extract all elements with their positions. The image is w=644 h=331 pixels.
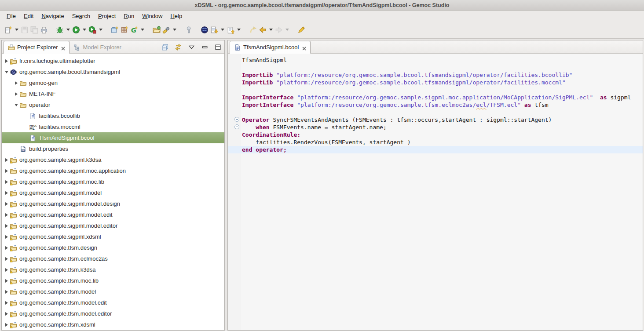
menu-search[interactable]: Search — [68, 11, 94, 21]
menu-help[interactable]: Help — [166, 11, 186, 21]
tree-item-meta-inf[interactable]: META-INF — [2, 88, 224, 99]
new-package-button[interactable] — [120, 24, 129, 36]
run-configurations-button[interactable] — [88, 24, 97, 36]
menu-window[interactable]: Window — [138, 11, 166, 21]
debug-dropdown-arrow[interactable] — [66, 29, 70, 31]
new-gemoc-language-dropdown-arrow[interactable] — [141, 29, 144, 31]
back-button[interactable] — [258, 24, 267, 36]
code-line[interactable]: ImportLib "platform:/resource/org.gemoc.… — [242, 79, 643, 86]
code-line[interactable]: TfsmAndSigpml — [242, 56, 643, 64]
tree-item-org-gemoc-sample-tfsm-moc-lib[interactable]: org.gemoc.sample.tfsm.moc.lib — [2, 275, 224, 286]
menu-file[interactable]: File — [3, 11, 20, 21]
tree-item-org-gemoc-sample-sigpml-k3dsa[interactable]: org.gemoc.sample.sigpml.k3dsa — [2, 154, 224, 165]
external-tools-button[interactable] — [184, 24, 194, 36]
expand-arrow-icon[interactable] — [5, 323, 8, 327]
menu-run[interactable]: Run — [120, 11, 138, 21]
run-button[interactable] — [71, 24, 81, 36]
new-gemoc-language-button[interactable]: G — [129, 24, 139, 36]
fold-collapse-icon[interactable] — [234, 117, 239, 122]
expand-arrow-icon[interactable] — [5, 213, 8, 217]
expand-arrow-icon[interactable] — [5, 246, 8, 250]
expand-arrow-icon[interactable] — [5, 191, 8, 195]
open-resource-button[interactable] — [152, 24, 161, 36]
menu-project[interactable]: Project — [94, 11, 120, 21]
code-line[interactable]: facilities.RendezVous(FSMEvents, startAg… — [242, 138, 643, 146]
link-with-editor-icon[interactable] — [175, 44, 182, 51]
editor-tab-tfsmandsigpml-bcool[interactable]: TfsmAndSigpml.bcool — [230, 41, 311, 54]
code-line[interactable]: when FSMEvents.name = startAgent.name; — [242, 124, 643, 131]
expand-arrow-icon[interactable] — [5, 59, 8, 63]
tree-item-org-gemoc-sample-sigpml-xdsml[interactable]: org.gemoc.sample.sigpml.xdsml — [2, 231, 224, 242]
navigate-to-file-button[interactable] — [226, 24, 235, 36]
tree-item-facilities-bcoollib[interactable]: facilities.bcoollib — [2, 110, 224, 121]
run-configurations-dropdown-arrow[interactable] — [99, 29, 102, 31]
tree-item-org-gemoc-sample-tfsm-xdsml[interactable]: org.gemoc.sample.tfsm.xdsml — [2, 319, 224, 330]
tree-item-org-gemoc-sample-tfsm-model-edit[interactable]: org.gemoc.sample.tfsm.model.edit — [2, 297, 224, 308]
close-icon[interactable] — [302, 45, 306, 49]
code-line[interactable] — [242, 64, 643, 71]
text-editor[interactable]: TfsmAndSigpmlImportLib "platform:/resour… — [228, 54, 643, 330]
menu-navigate[interactable]: Navigate — [37, 11, 68, 21]
tree-item-org-gemoc-sample-tfsm-eclmoc2as[interactable]: org.gemoc.sample.tfsm.eclmoc2as — [2, 253, 224, 264]
expand-arrow-icon[interactable] — [5, 279, 8, 283]
tree-item-org-gemoc-sample-sigpml-model-edit[interactable]: org.gemoc.sample.sigpml.model.edit — [2, 209, 224, 220]
window-titlebar[interactable]: xDSML - org.gemoc.sample.bcool.tfsmandsi… — [0, 0, 644, 11]
web-browser-button[interactable] — [200, 24, 209, 36]
search-button[interactable] — [161, 24, 171, 36]
code-content[interactable]: TfsmAndSigpmlImportLib "platform:/resour… — [242, 54, 643, 330]
open-task-button[interactable] — [209, 24, 219, 36]
code-line[interactable]: Operator SyncFSMEventsAndAgents (FSMEven… — [242, 116, 643, 124]
tree-item-facilities-moccml[interactable]: MoCCMLfacilities.moccml — [2, 121, 224, 132]
tree-item-org-gemoc-sample-sigpml-model-editor[interactable]: org.gemoc.sample.sigpml.model.editor — [2, 220, 224, 231]
maximize-icon[interactable] — [214, 44, 222, 51]
new-wizard-dropdown-arrow[interactable] — [15, 29, 18, 31]
view-tab-model-explorer[interactable]: Model Explorer — [70, 41, 125, 54]
collapse-all-icon[interactable] — [161, 44, 169, 51]
minimize-icon[interactable] — [201, 44, 209, 51]
view-menu-icon[interactable] — [188, 44, 195, 51]
tree-item-tfsmandsigpml-bcool[interactable]: TfsmAndSigpml.bcool — [2, 132, 224, 143]
fold-collapse-icon[interactable] — [234, 124, 239, 129]
search-dropdown-arrow[interactable] — [173, 29, 176, 31]
open-task-dropdown-arrow[interactable] — [221, 29, 224, 31]
tree-item-gemoc-gen[interactable]: gemoc-gen — [2, 77, 224, 88]
expand-arrow-icon[interactable] — [15, 81, 18, 85]
tree-item-org-gemoc-sample-tfsm-model-editor[interactable]: org.gemoc.sample.tfsm.model.editor — [2, 308, 224, 319]
collapse-arrow-icon[interactable] — [15, 104, 18, 106]
close-icon[interactable] — [61, 45, 65, 49]
tree-item-org-gemoc-sample-sigpml-moc-lib[interactable]: org.gemoc.sample.sigpml.moc.lib — [2, 176, 224, 187]
code-line[interactable] — [242, 86, 643, 94]
code-line-current[interactable]: end operator; — [228, 146, 643, 153]
tree-item-org-gemoc-sample-tfsm-design[interactable]: org.gemoc.sample.tfsm.design — [2, 242, 224, 253]
tree-item-org-gemoc-sample-tfsm-k3dsa[interactable]: org.gemoc.sample.tfsm.k3dsa — [2, 264, 224, 275]
tree-item-build-properties[interactable]: 010build.properties — [2, 143, 224, 154]
tree-item-operator[interactable]: operator — [2, 99, 224, 110]
expand-arrow-icon[interactable] — [5, 169, 8, 173]
expand-arrow-icon[interactable] — [5, 158, 8, 162]
new-modeling-project-button[interactable] — [110, 24, 120, 36]
back-dropdown-arrow[interactable] — [269, 29, 273, 31]
code-line[interactable]: ImportInterface "platform:/resource/org.… — [242, 94, 643, 101]
expand-arrow-icon[interactable] — [5, 224, 8, 228]
view-tab-project-explorer[interactable]: Project Explorer — [4, 41, 70, 54]
expand-arrow-icon[interactable] — [5, 312, 8, 316]
tree-item-org-gemoc-sample-sigpml-moc-application[interactable]: org.gemoc.sample.sigpml.moc.application — [2, 165, 224, 176]
navigate-to-file-dropdown-arrow[interactable] — [237, 29, 241, 31]
tree-item-org-gemoc-sample-sigpml-model[interactable]: org.gemoc.sample.sigpml.model — [2, 187, 224, 198]
code-line[interactable] — [242, 109, 643, 116]
expand-arrow-icon[interactable] — [5, 290, 8, 294]
expand-arrow-icon[interactable] — [5, 301, 8, 305]
tree-item-org-gemoc-sample-sigpml-model-design[interactable]: org.gemoc.sample.sigpml.model.design — [2, 198, 224, 209]
tree-item-org-gemoc-sample-bcool-tfsmandsigpml[interactable]: org.gemoc.sample.bcool.tfsmandsigpml — [2, 66, 224, 77]
code-line[interactable]: ImportLib "platform:/resource/org.gemoc.… — [242, 71, 643, 79]
new-wizard-button[interactable] — [4, 24, 13, 36]
collapse-arrow-icon[interactable] — [5, 71, 8, 73]
expand-arrow-icon[interactable] — [5, 235, 8, 239]
expand-arrow-icon[interactable] — [5, 257, 8, 261]
last-edit-location-button[interactable] — [248, 24, 258, 36]
debug-button[interactable] — [55, 24, 65, 36]
expand-arrow-icon[interactable] — [5, 202, 8, 206]
code-line[interactable]: CoordinationRule: — [242, 131, 643, 138]
tree-item-org-gemoc-sample-tfsm-model[interactable]: org.gemoc.sample.tfsm.model — [2, 286, 224, 297]
run-dropdown-arrow[interactable] — [83, 29, 86, 31]
